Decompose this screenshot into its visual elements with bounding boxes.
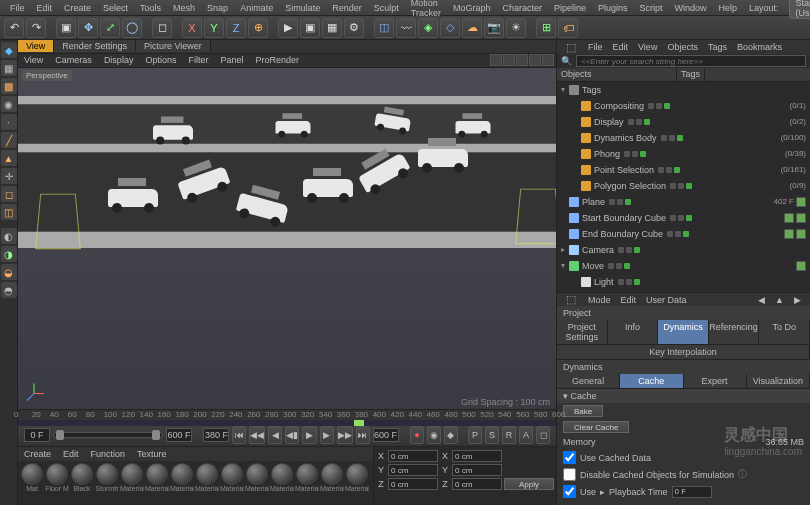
om-menu-edit[interactable]: Edit [608,42,634,52]
attr-subtab[interactable]: Cache [620,374,683,388]
tab-render-settings[interactable]: Render Settings [54,40,136,52]
pos-x-field[interactable]: 0 cm [388,450,438,462]
mograph-icon[interactable]: ⊞ [536,18,556,38]
vis-editor-dot[interactable] [618,247,624,253]
search-icon[interactable]: 🔍 [561,56,572,66]
object-tree[interactable]: ▾TagsCompositing(0/1)Display(0/2)Dynamic… [557,82,810,292]
tab-picture-viewer[interactable]: Picture Viewer [136,40,211,52]
camera-icon[interactable]: 📷 [484,18,504,38]
play-back-icon[interactable]: ◀▮ [285,426,299,444]
use-cached-checkbox[interactable] [563,451,576,464]
attr-tab[interactable]: Project Settings [557,320,608,344]
enable-dot[interactable] [634,279,640,285]
timeline[interactable]: 0204060801001201401601802002202402602803… [18,409,556,425]
range-slider[interactable] [53,432,163,438]
recent-tool-icon[interactable]: ◻ [152,18,172,38]
tag-icon[interactable]: 🏷 [558,18,578,38]
material-slot[interactable]: Material [120,463,144,503]
key-param-icon[interactable]: A [519,426,533,444]
vp-menu-filter[interactable]: Filter [182,55,214,65]
enable-dot[interactable] [624,263,630,269]
enable-dot[interactable] [686,183,692,189]
om-menu-tags[interactable]: Tags [703,42,732,52]
attr-tab[interactable]: Dynamics [658,320,709,344]
menu-animate[interactable]: Animate [234,3,279,13]
render-view-icon[interactable]: ▶ [278,18,298,38]
render-region-icon[interactable]: ▣ [300,18,320,38]
expand-icon[interactable]: ▾ [561,85,569,94]
next-frame-icon[interactable]: ▶ [320,426,334,444]
object-row[interactable]: Start Boundary Cube [557,210,810,226]
info-icon[interactable]: ⓘ [738,468,747,481]
vp-menu-prorender[interactable]: ProRender [249,55,305,65]
menu-pipeline[interactable]: Pipeline [548,3,592,13]
model-mode-icon[interactable]: ▦ [1,60,17,76]
x-axis-icon[interactable]: X [182,18,202,38]
vp-nav-1-icon[interactable] [490,54,502,66]
object-row[interactable]: Phong(0/38) [557,146,810,162]
size-x-field[interactable]: 0 cm [452,450,502,462]
select-icon[interactable]: ▣ [56,18,76,38]
attr-subtab[interactable]: Visualization [747,374,810,388]
enable-dot[interactable] [664,103,670,109]
enable-dot[interactable] [644,119,650,125]
object-row[interactable]: Compositing(0/1) [557,98,810,114]
pos-z-field[interactable]: 0 cm [388,478,438,490]
object-row[interactable]: Light [557,274,810,290]
disable-cached-checkbox[interactable] [563,468,576,481]
vis-editor-dot[interactable] [609,199,615,205]
attr-tab[interactable]: To Do [759,320,810,344]
menu-edit[interactable]: Edit [31,3,59,13]
mat-menu-texture[interactable]: Texture [131,449,173,459]
y-axis-icon[interactable]: Y [204,18,224,38]
om-menu-bookmarks[interactable]: Bookmarks [732,42,787,52]
tag-icon[interactable] [784,229,794,239]
menu-render[interactable]: Render [326,3,368,13]
total-frames-field[interactable]: 600 F [373,428,399,442]
material-slot[interactable]: Black [70,463,94,503]
vis-render-dot[interactable] [632,151,638,157]
menu-plugins[interactable]: Plugins [592,3,634,13]
material-slot[interactable]: Material [245,463,269,503]
goto-end-icon[interactable]: ⏭ [356,426,370,444]
render-settings-icon[interactable]: ⚙ [344,18,364,38]
snap-icon[interactable]: ◻ [1,186,17,202]
viewport-solo-single-icon[interactable]: ◑ [1,246,17,262]
mat-menu-edit[interactable]: Edit [57,449,85,459]
vis-render-dot[interactable] [675,231,681,237]
object-row[interactable]: ▾Tags [557,82,810,98]
key-pla-icon[interactable]: ◻ [536,426,550,444]
enable-dot[interactable] [640,151,646,157]
menu-window[interactable]: Window [669,3,713,13]
next-key-icon[interactable]: ▶▶ [337,426,353,444]
menu-motion-tracker[interactable]: Motion Tracker [405,0,447,18]
vp-nav-4-icon[interactable] [529,54,541,66]
vis-render-dot[interactable] [626,279,632,285]
material-slot[interactable]: Material [220,463,244,503]
om-menu-view[interactable]: View [633,42,662,52]
menu-simulate[interactable]: Simulate [279,3,326,13]
vp-menu-display[interactable]: Display [98,55,140,65]
key-scale-icon[interactable]: S [485,426,499,444]
enable-dot[interactable] [677,135,683,141]
bake-button[interactable]: Bake [563,405,603,417]
attr-menu-edit[interactable]: Edit [616,295,642,305]
perspective-viewport[interactable]: Perspective Grid Spacing : [18,68,556,409]
tag-icon[interactable] [796,213,806,223]
size-y-field[interactable]: 0 cm [452,464,502,476]
object-row[interactable]: ▸Camera [557,242,810,258]
vis-editor-dot[interactable] [624,151,630,157]
attr-nav-up-icon[interactable]: ▲ [770,295,789,305]
record-key-icon[interactable]: ● [410,426,424,444]
enable-dot[interactable] [683,231,689,237]
enable-dot[interactable] [634,247,640,253]
goto-start-icon[interactable]: ⏮ [232,426,246,444]
use-arrow-icon[interactable]: ▸ [600,487,605,497]
vis-render-dot[interactable] [616,263,622,269]
tag-icon[interactable] [796,197,806,207]
om-menu-file[interactable]: File [583,42,608,52]
vp-nav-2-icon[interactable] [503,54,515,66]
environment-icon[interactable]: ☁ [462,18,482,38]
apply-button[interactable]: Apply [504,478,554,490]
om-menu-objects[interactable]: Objects [662,42,703,52]
